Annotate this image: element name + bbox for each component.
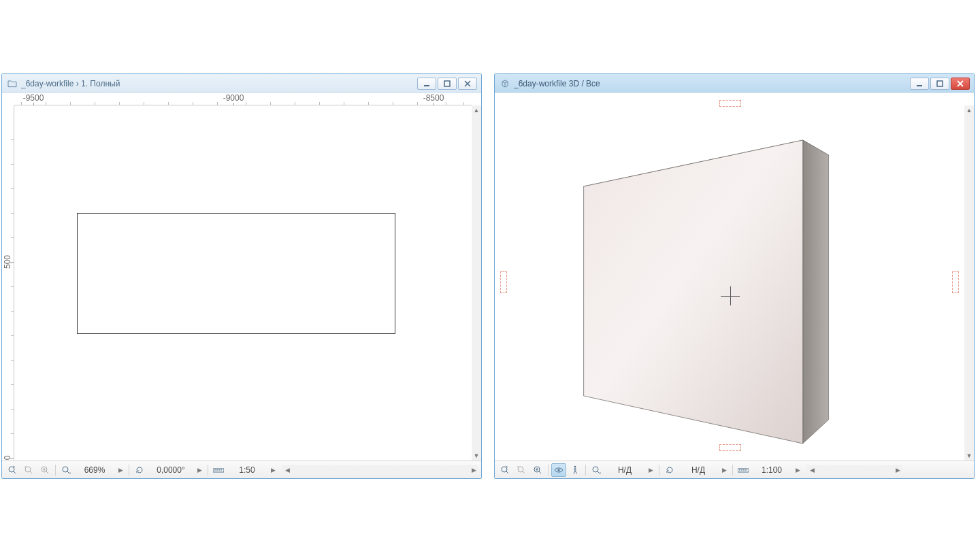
rotate-button[interactable] (132, 463, 147, 477)
zoom-in-button[interactable] (37, 463, 52, 477)
rendered-cube (495, 93, 964, 461)
orbit-handle-right[interactable] (952, 271, 959, 293)
svg-rect-1 (444, 81, 450, 86)
zoom-prev-button[interactable] (497, 463, 512, 477)
minimize-button[interactable] (417, 78, 436, 90)
maximize-button[interactable] (438, 78, 457, 90)
rotate-button[interactable] (662, 463, 677, 477)
zoom-options-button[interactable] (589, 463, 604, 477)
walk-button[interactable] (568, 463, 583, 477)
svg-point-2 (9, 467, 14, 472)
svg-point-17 (574, 465, 576, 467)
svg-point-3 (25, 467, 31, 472)
orbit-handle-left[interactable] (500, 271, 507, 293)
scroll-down-icon[interactable]: ▼ (472, 451, 481, 461)
svg-rect-0 (424, 85, 429, 86)
scroll-left-icon[interactable]: ◀ (807, 465, 817, 475)
svg-point-5 (63, 467, 68, 472)
titlebar-2d[interactable]: _6day-workfile › 1. Полный (2, 74, 481, 93)
zoom-next-button[interactable] (514, 463, 529, 477)
svg-point-13 (518, 467, 523, 472)
zoom-next-button[interactable] (21, 463, 36, 477)
zoom-level[interactable]: 669% (75, 465, 114, 475)
viewport-2d[interactable]: -9500 -9000 -8500 500 0 (2, 93, 481, 461)
window-title-2d: _6day-workfile › 1. Полный (21, 79, 413, 88)
scroll-right-icon[interactable]: ▶ (469, 465, 478, 475)
close-button[interactable] (458, 78, 477, 90)
angle-spinner-icon[interactable]: ▶ (719, 467, 730, 473)
svg-marker-10 (803, 140, 829, 444)
svg-rect-7 (917, 85, 922, 86)
titlebar-3d[interactable]: _6day-workfile 3D / Все (495, 74, 974, 93)
svg-marker-11 (584, 140, 803, 444)
window-3d-view: _6day-workfile 3D / Все (494, 73, 975, 479)
canvas-3d[interactable] (495, 93, 964, 461)
ruler-vertical[interactable]: 500 0 (2, 105, 14, 461)
cursor-crosshair-icon (721, 286, 740, 305)
svg-point-18 (593, 467, 598, 472)
svg-rect-6 (213, 469, 224, 472)
statusbar-3d: Н/Д ▶ Н/Д ▶ 1:100 ▶ ◀ ▶ (495, 461, 974, 478)
scale-ruler-button[interactable] (736, 463, 751, 477)
angle-spinner-icon[interactable]: ▶ (195, 467, 205, 473)
scroll-up-icon[interactable]: ▲ (964, 105, 974, 115)
cube3d-icon (500, 79, 510, 88)
orbit-handle-bottom[interactable] (719, 444, 741, 451)
vertical-scrollbar[interactable]: ▲ ▼ (472, 105, 481, 461)
scroll-right-icon[interactable]: ▶ (893, 465, 902, 475)
svg-rect-19 (738, 469, 749, 472)
rotation-angle-3d[interactable]: Н/Д (679, 465, 718, 475)
svg-point-16 (558, 469, 560, 471)
vertical-scrollbar[interactable]: ▲ ▼ (964, 105, 974, 461)
window-2d-plan: _6day-workfile › 1. Полный -9500 -9000 -… (1, 73, 482, 479)
ruler-horizontal[interactable]: -9500 -9000 -8500 (14, 93, 472, 105)
scale-value[interactable]: 1:50 (227, 465, 267, 475)
zoom-level-3d[interactable]: Н/Д (605, 465, 644, 475)
orbit-button[interactable] (551, 463, 566, 477)
rotation-angle[interactable]: 0,0000° (148, 465, 193, 475)
zoom-in-button[interactable] (530, 463, 545, 477)
scroll-down-icon[interactable]: ▼ (964, 451, 974, 461)
zoom-prev-button[interactable] (5, 463, 20, 477)
plan-rectangle[interactable] (77, 213, 395, 334)
svg-point-12 (502, 467, 507, 472)
minimize-button[interactable] (910, 78, 929, 90)
canvas-2d[interactable] (14, 105, 472, 461)
statusbar-2d: 669% ▶ 0,0000° ▶ 1:50 ▶ ◀ ▶ (2, 461, 481, 478)
folder-icon (7, 79, 17, 88)
scale-ruler-button[interactable] (211, 463, 226, 477)
horizontal-scrollbar[interactable]: ◀ ▶ (282, 465, 478, 475)
window-title-3d: _6day-workfile 3D / Все (514, 79, 906, 88)
horizontal-scrollbar[interactable]: ◀ ▶ (807, 465, 902, 475)
scale-value-3d[interactable]: 1:100 (752, 465, 791, 475)
orbit-handle-top[interactable] (719, 100, 741, 107)
viewport-3d[interactable]: ▲ ▼ (495, 93, 974, 461)
zoom-spinner-icon[interactable]: ▶ (116, 467, 126, 473)
maximize-button[interactable] (930, 78, 949, 90)
scroll-up-icon[interactable]: ▲ (472, 105, 481, 115)
zoom-options-button[interactable] (59, 463, 74, 477)
scale-spinner-icon[interactable]: ▶ (268, 467, 278, 473)
scroll-left-icon[interactable]: ◀ (282, 465, 292, 475)
scale-spinner-icon[interactable]: ▶ (793, 467, 803, 473)
svg-rect-8 (937, 81, 943, 86)
zoom-spinner-icon[interactable]: ▶ (646, 467, 656, 473)
close-button[interactable] (951, 78, 970, 90)
